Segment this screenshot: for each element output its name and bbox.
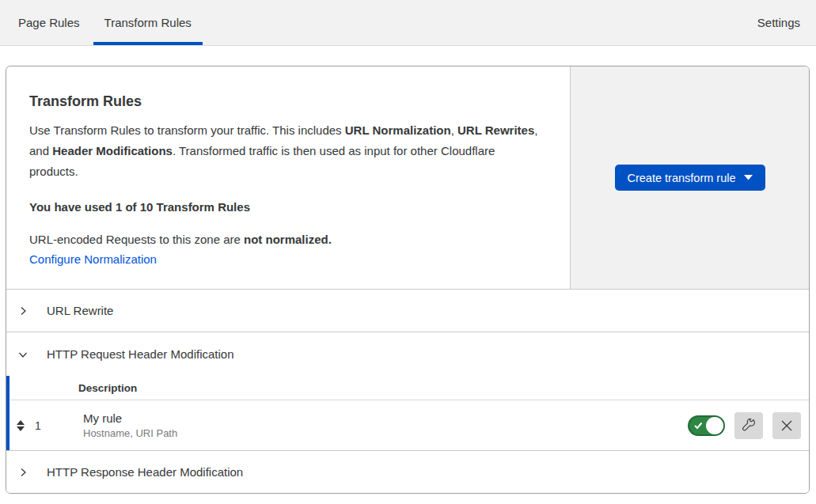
overview-section: Transform Rules Use Transform Rules to t… (6, 66, 809, 289)
configure-normalization-link[interactable]: Configure Normalization (29, 252, 157, 266)
chevron-right-icon (17, 305, 29, 317)
close-icon (780, 419, 793, 432)
description-bold-url-rewrites: URL Rewrites (457, 123, 534, 137)
top-tab-bar: Page Rules Transform Rules Settings (0, 0, 816, 46)
section-header-url-rewrite[interactable]: URL Rewrite (6, 290, 809, 332)
rule-enabled-toggle[interactable] (688, 415, 725, 436)
caret-down-icon (744, 175, 753, 180)
tab-settings-label: Settings (757, 16, 800, 29)
section-title: URL Rewrite (47, 304, 113, 317)
overview-text-panel: Transform Rules Use Transform Rules to t… (6, 66, 570, 289)
chevron-down-icon (17, 348, 29, 361)
rule-controls (688, 412, 809, 439)
toggle-knob (706, 417, 723, 434)
description-text: , (451, 123, 457, 137)
create-transform-rule-button[interactable]: Create transform rule (615, 165, 765, 191)
tab-settings[interactable]: Settings (746, 0, 811, 45)
tab-transform-rules-label: Transform Rules (104, 16, 192, 29)
transform-rules-card: Transform Rules Use Transform Rules to t… (6, 66, 810, 494)
rules-table-header: Description (9, 376, 809, 400)
normalization-bold: not normalized. (244, 233, 332, 246)
rule-row: 1 My rule Hostname, URI Path (9, 400, 809, 450)
rule-fields: Hostname, URI Path (83, 427, 177, 439)
section-header-response-headers[interactable]: HTTP Response Header Modification (6, 451, 809, 493)
delete-rule-button[interactable] (772, 412, 801, 439)
tab-page-rules[interactable]: Page Rules (7, 0, 91, 45)
section-header-request-headers[interactable]: HTTP Request Header Modification (6, 332, 809, 376)
check-icon (694, 422, 703, 430)
description-bold-url-normalization: URL Normalization (345, 123, 451, 137)
rule-description-cell: My rule Hostname, URI Path (83, 411, 177, 439)
edit-rule-button[interactable] (734, 412, 763, 439)
usage-counter: You have used 1 of 10 Transform Rules (29, 200, 540, 214)
section-response-header-modification: HTTP Response Header Modification (6, 450, 809, 493)
create-rule-panel: Create transform rule (570, 66, 809, 289)
description-column-header: Description (78, 382, 137, 394)
normalization-text: URL-encoded Requests to this zone are (29, 233, 244, 246)
page-title: Transform Rules (29, 93, 540, 110)
tab-transform-rules[interactable]: Transform Rules (93, 0, 203, 45)
rule-order-number: 1 (35, 419, 41, 432)
section-title: HTTP Response Header Modification (47, 465, 243, 479)
overview-description: Use Transform Rules to transform your tr… (29, 120, 540, 182)
drag-sort-icon[interactable] (14, 419, 27, 432)
description-text: Use Transform Rules to transform your tr… (29, 123, 345, 137)
create-button-label: Create transform rule (628, 172, 736, 184)
tabbar-spacer (203, 0, 744, 45)
section-title: HTTP Request Header Modification (47, 347, 234, 361)
section-request-header-modification: HTTP Request Header Modification Descrip… (6, 332, 809, 450)
rules-list: Description 1 My rule Hostname, URI Path (6, 376, 809, 450)
tab-page-rules-label: Page Rules (18, 16, 80, 29)
chevron-right-icon (17, 466, 29, 479)
description-bold-header-modifications: Header Modifications (52, 144, 173, 157)
wrench-icon (742, 419, 756, 432)
section-url-rewrite: URL Rewrite (6, 289, 809, 332)
rule-name: My rule (83, 411, 177, 425)
normalization-status: URL-encoded Requests to this zone are no… (29, 230, 540, 249)
